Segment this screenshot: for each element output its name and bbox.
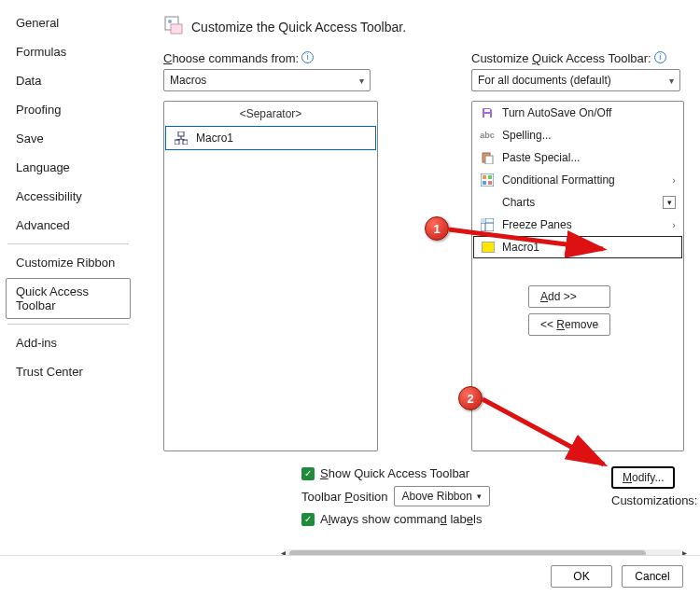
list-item-label: Freeze Panes bbox=[502, 218, 572, 231]
list-item-label: Turn AutoSave On/Off bbox=[502, 106, 611, 119]
always-labels-label: Always show command labels bbox=[320, 512, 482, 526]
svg-line-8 bbox=[181, 139, 185, 140]
toolbar-position-label: Toolbar Position bbox=[301, 490, 388, 504]
sidebar-item-data[interactable]: Data bbox=[6, 67, 131, 94]
svg-point-2 bbox=[168, 20, 172, 23]
chevron-down-icon: ▾ bbox=[477, 492, 482, 501]
save-icon bbox=[480, 105, 495, 120]
sidebar-item-quick-access-toolbar[interactable]: Quick Access Toolbar bbox=[6, 278, 131, 319]
submenu-arrow-icon: › bbox=[672, 174, 676, 186]
submenu-arrow-icon: › bbox=[672, 219, 676, 230]
customize-qat-icon bbox=[163, 15, 184, 38]
svg-line-7 bbox=[176, 139, 181, 140]
list-item-paste-special[interactable]: Paste Special... bbox=[472, 146, 683, 169]
main-panel: Customize the Quick Access Toolbar. Choo… bbox=[135, 0, 700, 555]
chevron-down-icon: ▾ bbox=[669, 76, 674, 86]
modify-button[interactable]: Modify... bbox=[611, 466, 675, 489]
cancel-button[interactable]: Cancel bbox=[622, 565, 683, 588]
sidebar-item-trust-center[interactable]: Trust Center bbox=[6, 358, 131, 385]
annotation-callout-1: 1 bbox=[425, 216, 449, 241]
svg-rect-1 bbox=[171, 24, 182, 34]
conditional-formatting-icon bbox=[480, 173, 495, 187]
list-item-macro1[interactable]: Macro1 bbox=[165, 126, 376, 150]
list-item-label: Macro1 bbox=[196, 132, 233, 145]
svg-rect-3 bbox=[178, 132, 184, 136]
list-item-conditional-formatting[interactable]: Conditional Formatting › bbox=[472, 169, 683, 191]
separator-item[interactable]: <Separator> bbox=[164, 102, 377, 126]
choose-commands-dropdown[interactable]: Macros▾ bbox=[163, 69, 371, 91]
blank-icon bbox=[480, 195, 495, 210]
list-item-spelling[interactable]: abc Spelling... bbox=[472, 124, 683, 146]
macro-yellow-icon bbox=[482, 242, 495, 253]
list-item-label: Macro1 bbox=[502, 241, 539, 254]
scroll-thumb[interactable] bbox=[289, 550, 646, 555]
commands-listbox[interactable]: <Separator> Macro1 bbox=[163, 101, 378, 451]
list-item-autosave[interactable]: Turn AutoSave On/Off bbox=[472, 102, 683, 124]
list-item-label: Paste Special... bbox=[502, 151, 580, 164]
svg-rect-14 bbox=[483, 175, 486, 179]
scroll-left-icon[interactable]: ◂ bbox=[281, 547, 286, 555]
svg-rect-9 bbox=[484, 109, 490, 112]
choose-commands-label: Choose commands from:i bbox=[163, 51, 378, 65]
scroll-right-icon[interactable]: ▸ bbox=[682, 547, 687, 555]
annotation-callout-2: 2 bbox=[458, 386, 483, 410]
svg-rect-12 bbox=[485, 156, 493, 164]
sidebar: General Formulas Data Proofing Save Lang… bbox=[0, 0, 135, 555]
dialog-footer: OK Cancel bbox=[0, 555, 700, 596]
svg-rect-5 bbox=[183, 140, 188, 145]
horizontal-scrollbar[interactable]: ◂ ▸ bbox=[285, 549, 683, 555]
toolbar-position-dropdown[interactable]: Above Ribbon▾ bbox=[394, 486, 490, 506]
svg-rect-17 bbox=[488, 181, 492, 185]
svg-rect-16 bbox=[483, 181, 486, 185]
freeze-panes-icon bbox=[480, 217, 495, 232]
chevron-down-icon: ▾ bbox=[359, 76, 364, 86]
svg-rect-4 bbox=[175, 140, 179, 145]
list-item-label: Charts bbox=[502, 196, 535, 209]
sidebar-item-general[interactable]: General bbox=[6, 9, 131, 36]
sidebar-separator bbox=[7, 324, 129, 325]
customizations-label: Customizations: bbox=[611, 493, 697, 507]
sidebar-separator bbox=[7, 243, 129, 244]
show-qat-label: Show Quick Access Toolbar bbox=[320, 466, 469, 480]
macro-icon bbox=[174, 131, 189, 146]
ok-button[interactable]: OK bbox=[551, 565, 612, 588]
sidebar-item-save[interactable]: Save bbox=[6, 125, 131, 152]
list-item-label: Spelling... bbox=[502, 129, 552, 142]
paste-icon bbox=[480, 150, 495, 165]
sidebar-item-customize-ribbon[interactable]: Customize Ribbon bbox=[6, 249, 131, 276]
submenu-dropdown-icon: ▾ bbox=[663, 196, 676, 209]
sidebar-item-addins[interactable]: Add-ins bbox=[6, 329, 131, 356]
show-qat-checkbox[interactable]: ✓ bbox=[301, 467, 315, 480]
customize-qat-dropdown[interactable]: For all documents (default)▾ bbox=[471, 69, 680, 91]
sidebar-item-language[interactable]: Language bbox=[6, 154, 131, 181]
sidebar-item-advanced[interactable]: Advanced bbox=[6, 212, 131, 239]
qat-listbox[interactable]: Turn AutoSave On/Off abc Spelling... Pas… bbox=[471, 101, 684, 451]
list-item-label: Conditional Formatting bbox=[502, 173, 615, 187]
spelling-icon: abc bbox=[480, 128, 495, 143]
info-icon[interactable]: i bbox=[301, 51, 314, 63]
list-item-macro1-target[interactable]: Macro1 bbox=[473, 236, 682, 258]
svg-rect-10 bbox=[484, 114, 490, 118]
always-labels-checkbox[interactable]: ✓ bbox=[301, 513, 315, 526]
page-title: Customize the Quick Access Toolbar. bbox=[191, 20, 406, 35]
list-item-charts[interactable]: Charts ▾ bbox=[472, 191, 683, 214]
customize-qat-label: Customize Quick Access Toolbar:i bbox=[471, 51, 684, 65]
list-item-freeze-panes[interactable]: Freeze Panes › bbox=[472, 214, 683, 236]
svg-rect-15 bbox=[488, 175, 492, 179]
sidebar-item-accessibility[interactable]: Accessibility bbox=[6, 183, 131, 210]
sidebar-item-formulas[interactable]: Formulas bbox=[6, 38, 131, 65]
remove-button[interactable]: << Remove bbox=[528, 313, 610, 336]
add-button[interactable]: Add >> bbox=[528, 285, 610, 308]
info-icon[interactable]: i bbox=[654, 51, 666, 63]
svg-rect-21 bbox=[481, 218, 485, 223]
sidebar-item-proofing[interactable]: Proofing bbox=[6, 96, 131, 123]
